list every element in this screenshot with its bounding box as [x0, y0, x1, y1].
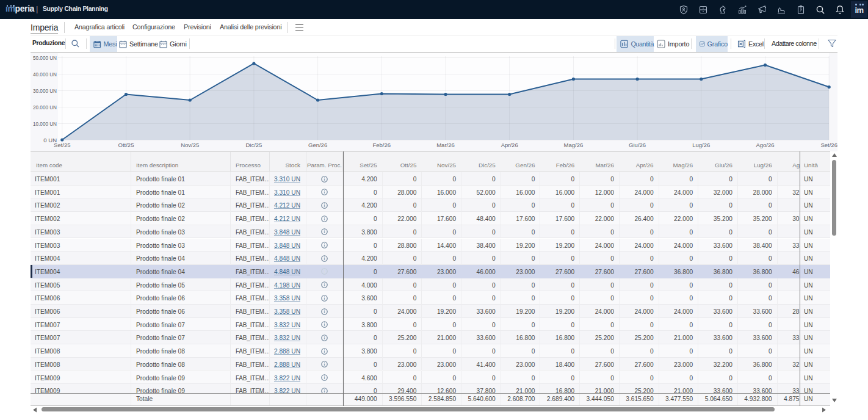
- svg-text:Mag/26: Mag/26: [564, 142, 584, 148]
- svg-text:Gen/26: Gen/26: [308, 142, 327, 148]
- svg-text:40.000 UN: 40.000 UN: [33, 71, 57, 78]
- svg-text:Apr/26: Apr/26: [501, 142, 518, 148]
- svg-text:Set/25: Set/25: [54, 142, 70, 148]
- svg-text:30.000 UN: 30.000 UN: [33, 87, 57, 94]
- svg-text:Mar/26: Mar/26: [436, 142, 455, 148]
- svg-text:Ott/25: Ott/25: [118, 142, 134, 148]
- svg-text:Giu/26: Giu/26: [629, 142, 646, 148]
- svg-text:10.000 UN: 10.000 UN: [33, 120, 57, 127]
- svg-text:20.000 UN: 20.000 UN: [33, 104, 57, 110]
- svg-text:Ago/26: Ago/26: [756, 142, 774, 148]
- svg-text:50.000 UN: 50.000 UN: [33, 54, 57, 61]
- svg-text:Lug/26: Lug/26: [692, 142, 710, 148]
- svg-text:Dic/25: Dic/25: [245, 142, 262, 148]
- svg-text:Nov/25: Nov/25: [181, 142, 199, 148]
- svg-text:Feb/26: Feb/26: [373, 142, 391, 148]
- svg-text:Set/26: Set/26: [820, 142, 837, 148]
